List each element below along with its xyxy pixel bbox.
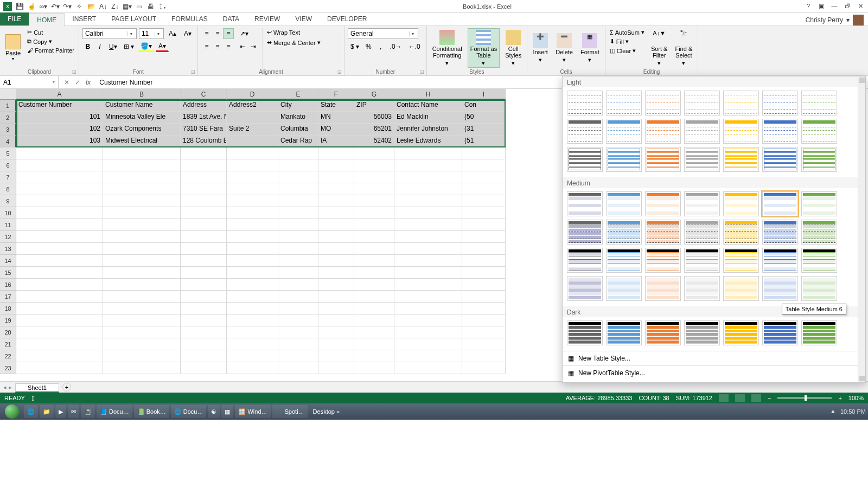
fill-button[interactable]: ⬇Fill ▾ — [609, 37, 646, 46]
cell[interactable] — [462, 350, 506, 362]
cell[interactable] — [103, 195, 181, 207]
cell[interactable] — [354, 183, 394, 195]
conditional-formatting-button[interactable]: Conditional Formatting▾ — [430, 28, 464, 68]
infinity-icon[interactable]: ∞▾ — [39, 2, 48, 11]
cell[interactable] — [103, 303, 181, 314]
cell[interactable] — [318, 147, 354, 159]
cell[interactable] — [278, 183, 318, 195]
cell[interactable] — [103, 243, 181, 255]
table-style-swatch[interactable] — [606, 91, 642, 115]
format-painter-button[interactable]: 🖌Format Painter — [26, 47, 75, 54]
table-style-swatch[interactable] — [684, 191, 720, 216]
cell[interactable] — [462, 267, 506, 279]
cell[interactable] — [16, 338, 103, 350]
taskbar-item[interactable]: 🪟Wind… — [235, 405, 270, 418]
user-account[interactable]: Christy Perry ▾ — [806, 15, 868, 25]
column-header[interactable]: E — [278, 89, 318, 100]
gallery-scrollbar[interactable] — [858, 76, 865, 382]
cell[interactable] — [354, 314, 394, 326]
cell[interactable] — [16, 243, 103, 255]
cell[interactable] — [318, 207, 354, 219]
font-size-combo[interactable]: ▾ — [139, 28, 164, 39]
cell[interactable] — [227, 279, 278, 291]
cell[interactable] — [394, 219, 462, 231]
table-style-swatch[interactable] — [801, 320, 837, 345]
cell[interactable] — [278, 326, 318, 338]
table-style-swatch[interactable] — [606, 220, 642, 245]
cell[interactable] — [16, 326, 103, 338]
cell-styles-button[interactable]: Cell Styles▾ — [503, 28, 524, 68]
remove-dup-icon[interactable]: ▭ — [135, 2, 143, 11]
taskbar-item[interactable]: ✉ — [68, 405, 79, 418]
new-pivottable-style-button[interactable]: ▦New PivotTable Style... — [563, 365, 858, 380]
table-style-swatch[interactable] — [645, 91, 681, 115]
clock[interactable]: 10:50 PM — [840, 408, 866, 415]
cell[interactable] — [181, 350, 227, 362]
cell[interactable] — [16, 303, 103, 314]
cell[interactable] — [181, 326, 227, 338]
table-style-swatch[interactable] — [723, 276, 759, 301]
cell[interactable] — [354, 255, 394, 267]
cell[interactable] — [394, 255, 462, 267]
comma-button[interactable]: , — [375, 41, 386, 52]
table-style-swatch[interactable] — [645, 320, 681, 345]
tab-view[interactable]: VIEW — [288, 12, 320, 25]
table-style-swatch[interactable] — [567, 191, 603, 216]
cell[interactable] — [278, 338, 318, 350]
underline-button[interactable]: U ▾ — [106, 41, 120, 52]
cell[interactable] — [16, 147, 103, 159]
table-style-swatch[interactable] — [801, 248, 837, 273]
cell[interactable] — [227, 159, 278, 171]
cell[interactable]: 1839 1st Ave. N. — [181, 112, 227, 124]
cell[interactable] — [16, 231, 103, 243]
taskbar-item[interactable]: 🌐 — [24, 405, 38, 418]
format-as-table-button[interactable]: Format as Table▾ — [468, 28, 500, 68]
row-header[interactable]: 8 — [0, 183, 16, 195]
cell[interactable]: State — [318, 100, 354, 112]
cancel-formula-icon[interactable]: ✕ — [64, 79, 69, 86]
cell[interactable] — [278, 303, 318, 314]
open-icon[interactable]: 📂 — [87, 2, 95, 11]
taskbar-item[interactable]: ☯ — [208, 405, 220, 418]
cell[interactable] — [394, 303, 462, 314]
cell-area[interactable]: Customer NumberCustomer NameAddressAddre… — [16, 100, 506, 374]
clipboard-launcher-icon[interactable]: ◲ — [72, 69, 78, 75]
table-style-swatch[interactable] — [645, 147, 681, 172]
cell[interactable] — [227, 147, 278, 159]
row-header[interactable]: 3 — [0, 124, 16, 136]
taskbar-item[interactable]: ▶ — [55, 405, 66, 418]
save-icon[interactable]: 💾 — [15, 2, 24, 11]
cell[interactable] — [181, 314, 227, 326]
cell[interactable] — [318, 183, 354, 195]
cut-button[interactable]: ✂Cut — [26, 28, 75, 36]
table-style-swatch[interactable] — [684, 248, 720, 273]
sort-asc-icon[interactable]: A↓ — [99, 2, 107, 11]
row-header[interactable]: 6 — [0, 159, 16, 171]
cell[interactable] — [462, 314, 506, 326]
row-header[interactable]: 7 — [0, 171, 16, 183]
row-header[interactable]: 1 — [0, 100, 16, 112]
cell[interactable]: 103 — [16, 136, 103, 147]
cell[interactable] — [227, 243, 278, 255]
cell[interactable] — [227, 291, 278, 303]
cell[interactable]: Address2 — [227, 100, 278, 112]
cell[interactable] — [103, 338, 181, 350]
cell[interactable] — [462, 303, 506, 314]
cell[interactable] — [16, 159, 103, 171]
cell[interactable] — [318, 267, 354, 279]
percent-button[interactable]: % — [363, 41, 374, 52]
row-header[interactable]: 11 — [0, 219, 16, 231]
cell[interactable]: Jennifer Johnston — [394, 124, 462, 136]
cell[interactable] — [278, 291, 318, 303]
cell[interactable] — [278, 362, 318, 374]
merge-center-button[interactable]: ⬌Merge & Center ▾ — [266, 38, 322, 47]
cell[interactable]: Con — [462, 100, 506, 112]
cell[interactable] — [394, 159, 462, 171]
column-header[interactable]: A — [16, 89, 103, 100]
cell[interactable]: 102 — [16, 124, 103, 136]
table-style-swatch[interactable] — [645, 119, 681, 144]
pivot-icon[interactable]: ▦▾ — [123, 2, 131, 11]
cell[interactable] — [394, 362, 462, 374]
cell[interactable] — [278, 159, 318, 171]
copy-button[interactable]: ⧉Copy ▾ — [26, 37, 75, 46]
